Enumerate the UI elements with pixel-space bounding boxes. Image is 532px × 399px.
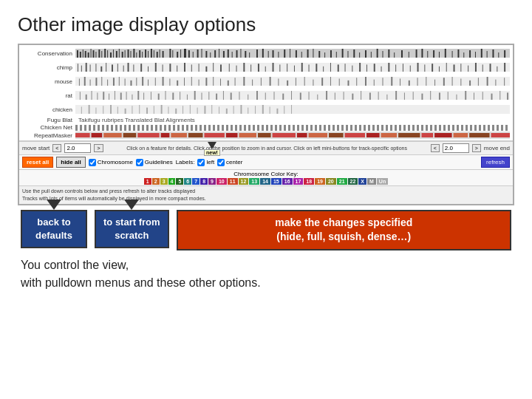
svg-rect-297 <box>248 108 248 114</box>
position-input[interactable] <box>64 143 91 153</box>
chrom-cell-9: 9 <box>208 178 216 185</box>
svg-rect-65 <box>330 50 332 58</box>
svg-rect-279 <box>117 106 118 114</box>
svg-rect-119 <box>220 64 222 72</box>
svg-rect-213 <box>487 77 488 86</box>
svg-rect-134 <box>330 63 331 72</box>
nav-right-btn[interactable]: > <box>94 144 103 152</box>
svg-rect-287 <box>175 109 177 114</box>
svg-rect-88 <box>469 50 471 58</box>
labels-text: Labels: <box>176 159 195 166</box>
track-bar-chicken <box>75 105 510 114</box>
svg-rect-11 <box>104 49 106 58</box>
svg-rect-281 <box>132 106 132 114</box>
svg-rect-30 <box>160 50 160 58</box>
svg-rect-209 <box>452 77 453 86</box>
svg-rect-96 <box>78 64 78 72</box>
svg-rect-99 <box>90 64 91 72</box>
guidelines-checkbox[interactable] <box>136 159 143 166</box>
position-end-input[interactable] <box>443 143 469 153</box>
chromosome-checkbox[interactable] <box>89 159 96 166</box>
nav-left-btn[interactable]: < <box>52 144 61 152</box>
svg-rect-306 <box>92 133 103 137</box>
svg-rect-135 <box>338 64 339 72</box>
svg-rect-258 <box>386 95 387 100</box>
svg-rect-121 <box>236 66 237 72</box>
arrow-back-icon <box>47 200 61 214</box>
svg-rect-31 <box>163 51 164 58</box>
svg-rect-316 <box>258 133 271 137</box>
labels-center-checkbox[interactable] <box>217 159 225 166</box>
track-chicken: chicken <box>22 103 510 116</box>
svg-rect-82 <box>433 50 434 58</box>
svg-rect-199 <box>365 77 366 86</box>
svg-rect-195 <box>330 77 331 86</box>
svg-rect-274 <box>81 106 82 114</box>
bottom-text: You control the view, with pulldown menu… <box>18 256 514 292</box>
svg-rect-254 <box>352 94 353 100</box>
svg-rect-142 <box>388 63 389 72</box>
chicken-net-row: Chicken Net <box>22 124 510 131</box>
refresh-btn[interactable]: refresh <box>481 157 510 168</box>
hide-all-btn[interactable]: hide all <box>56 157 86 168</box>
svg-rect-282 <box>139 105 140 114</box>
svg-rect-141 <box>381 66 382 72</box>
fugu-blat-label: Takifugu rubripes Translated Blat Alignm… <box>75 117 510 123</box>
svg-rect-300 <box>270 106 270 114</box>
chrom-cell-12: 12 <box>239 178 249 185</box>
svg-rect-313 <box>204 133 224 137</box>
svg-rect-18 <box>125 50 126 58</box>
svg-rect-143 <box>395 64 396 72</box>
back-to-defaults-box: back to defaults <box>21 210 87 248</box>
svg-rect-33 <box>172 50 173 58</box>
chrom-cell-5: 5 <box>176 178 183 185</box>
svg-rect-76 <box>394 52 395 58</box>
svg-rect-6 <box>91 49 92 58</box>
svg-rect-3 <box>83 50 83 58</box>
new-arrow-icon <box>208 142 216 149</box>
svg-rect-263 <box>430 91 431 100</box>
svg-rect-198 <box>356 78 357 86</box>
svg-rect-160 <box>79 78 80 86</box>
svg-rect-223 <box>115 91 115 100</box>
svg-rect-77 <box>401 50 403 58</box>
browser-screenshot: Conservation chimp <box>18 44 514 205</box>
svg-rect-290 <box>197 108 198 114</box>
svg-rect-163 <box>95 78 97 86</box>
svg-rect-183 <box>228 81 229 86</box>
svg-rect-8 <box>95 52 96 58</box>
fugu-blat-row: Fugu Blat Takifugu rubripes Translated B… <box>22 117 510 123</box>
svg-rect-90 <box>481 49 482 58</box>
svg-rect-36 <box>184 49 186 58</box>
svg-rect-219 <box>92 91 92 100</box>
svg-rect-324 <box>398 133 420 137</box>
svg-rect-238 <box>216 94 217 100</box>
reset-all-btn[interactable]: reset all <box>22 157 53 168</box>
svg-rect-265 <box>448 92 449 100</box>
svg-rect-188 <box>270 77 271 86</box>
bottom-line2: with pulldown menus and these other opti… <box>21 274 511 292</box>
svg-rect-164 <box>101 77 102 86</box>
svg-rect-252 <box>335 92 335 100</box>
labels-left-checkbox[interactable] <box>197 159 205 166</box>
svg-rect-103 <box>112 64 113 72</box>
svg-rect-307 <box>103 133 122 137</box>
tracks-area: Conservation chimp <box>19 45 513 141</box>
svg-rect-20 <box>130 51 131 58</box>
bottom-line1: You control the view, <box>21 256 511 274</box>
chrom-cell-13: 13 <box>249 178 259 185</box>
svg-rect-181 <box>213 77 214 86</box>
nav-right-end-btn[interactable]: > <box>472 144 481 152</box>
svg-rect-117 <box>205 66 207 72</box>
svg-rect-43 <box>214 50 216 58</box>
svg-rect-203 <box>400 78 400 86</box>
controls-bar: reset all hide all Chromosome Guidelines… <box>19 155 513 170</box>
nav-left-end-btn[interactable]: < <box>431 144 440 152</box>
svg-rect-298 <box>255 106 256 114</box>
svg-rect-275 <box>89 105 90 114</box>
svg-rect-261 <box>413 92 414 100</box>
svg-rect-53 <box>262 49 264 58</box>
svg-rect-208 <box>443 78 445 86</box>
svg-rect-21 <box>133 49 134 58</box>
svg-rect-73 <box>377 49 378 58</box>
